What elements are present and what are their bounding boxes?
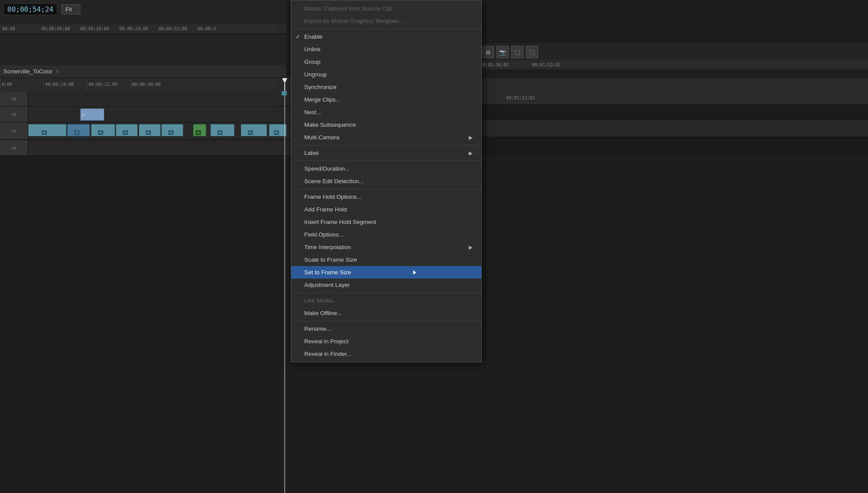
in-point-marker — [282, 91, 287, 95]
separator-4 — [291, 189, 481, 189]
menu-item-reveal-in-project[interactable]: Reveal in Project — [291, 335, 481, 348]
separator-1 — [291, 29, 481, 29]
menu-item-export-motion[interactable]: Export As Motion Graphics Template... — [291, 15, 481, 27]
timecode-display: 00;00;54;24 — [3, 3, 57, 15]
menu-item-nest[interactable]: Nest... — [291, 106, 481, 118]
clip-v1-5[interactable]: fx — [139, 124, 161, 136]
clip-v1-7[interactable]: fx — [210, 124, 234, 136]
fit-dropdown[interactable]: Fit — [62, 4, 80, 14]
sequence-icon: ≡ — [56, 68, 59, 75]
menu-item-merge-clips[interactable]: Merge Clips... — [291, 93, 481, 106]
track-header-v1: V1 — [0, 122, 28, 139]
clip-v1-9[interactable]: fx — [269, 124, 286, 136]
menu-item-rename[interactable]: Rename... — [291, 322, 481, 335]
left-ruler: 00:00 00;00;08;00 00;00;16;00 00;00;24;0… — [0, 24, 286, 34]
menu-item-add-frame-hold[interactable]: Add Frame Hold — [291, 203, 481, 216]
menu-item-label[interactable]: Label ▶ — [291, 147, 481, 159]
ruler-marks-left: 00:00 00;00;08;00 00;00;16;00 00;00;24;0… — [0, 26, 237, 31]
menu-item-scale-to-frame[interactable]: Scale to Frame Size — [291, 253, 481, 266]
menu-item-ungroup[interactable]: Ungroup — [291, 68, 481, 81]
clip-v1-8[interactable]: fx — [241, 124, 267, 136]
menu-item-speed-duration[interactable]: Speed/Duration... — [291, 162, 481, 175]
menu-item-link-media[interactable]: Link Media... — [291, 294, 481, 307]
menu-item-multi-camera[interactable]: Multi-Camera ▶ — [291, 131, 481, 144]
arrow-icon: ▶ — [469, 150, 473, 156]
clip-v1-1[interactable]: fx — [28, 124, 66, 136]
clip-v1-6[interactable]: fx — [161, 124, 183, 136]
track-header-v3: V3 — [0, 91, 28, 106]
separator-3 — [291, 161, 481, 161]
separator-6 — [291, 321, 481, 321]
toolbar-btn-4[interactable]: ⬛ — [526, 46, 538, 58]
menu-item-enable[interactable]: Enable — [291, 30, 481, 43]
menu-item-master-captions: Master Captions from Source Clip — [291, 2, 481, 15]
sequence-name: Somerville_ToColor — [3, 68, 53, 75]
program-monitor-toolbar: ⊞ 📷 ⬚ ⬛ — [477, 43, 868, 61]
menu-item-time-interpolation[interactable]: Time Interpolation ▶ — [291, 241, 481, 253]
menu-item-adjustment-layer[interactable]: Adjustment Layer — [291, 279, 481, 291]
toolbar-btn-1[interactable]: ⊞ — [482, 46, 494, 58]
toolbar-btn-2[interactable]: 📷 — [496, 46, 509, 58]
track-header-a1: A1 — [0, 140, 28, 155]
arrow-icon: ▶ — [469, 244, 473, 250]
context-menu: Master Captions from Source Clip Export … — [291, 0, 482, 362]
menu-item-insert-frame-hold[interactable]: Insert Frame Hold Segment — [291, 216, 481, 228]
timecode-bar: 00;00;54;24 Fit — [3, 3, 80, 15]
source-monitor: 00;00;54;24 Fit 00:00 00;00;08;00 00;00;… — [0, 0, 286, 69]
menu-item-scene-edit-detection[interactable]: Scene Edit Detection... — [291, 175, 481, 187]
menu-item-make-subsequence[interactable]: Make Subsequence — [291, 118, 481, 131]
arrow-icon: ▶ — [469, 135, 473, 141]
clip-v2-1[interactable]: fx — [80, 108, 104, 121]
separator-5 — [291, 293, 481, 293]
menu-item-frame-hold-options[interactable]: Frame Hold Options... — [291, 191, 481, 203]
menu-item-group[interactable]: Group — [291, 56, 481, 68]
playhead-line — [284, 78, 285, 493]
clip-v1-2[interactable]: fx — [67, 124, 90, 136]
sequence-label: Somerville_ToColor ≡ — [0, 65, 286, 78]
menu-item-make-offline[interactable]: Make Offline... — [291, 307, 481, 319]
menu-item-set-to-frame[interactable]: Set to Frame Size — [291, 266, 481, 279]
clip-v1-3[interactable]: fx — [91, 124, 115, 136]
clip-v1-4[interactable]: fx — [116, 124, 138, 136]
menu-item-synchronize[interactable]: Synchronize — [291, 81, 481, 93]
clip-v1-green[interactable]: fx — [193, 124, 206, 136]
separator-2 — [291, 145, 481, 145]
menu-item-reveal-in-finder[interactable]: Reveal in Finder... — [291, 348, 481, 360]
track-header-v2: V2 — [0, 107, 28, 122]
menu-item-field-options[interactable]: Field Options... — [291, 228, 481, 241]
menu-item-unlink[interactable]: Unlink — [291, 43, 481, 56]
right-ruler: 00;01;36;02 00;01;52;02 — [478, 60, 868, 69]
toolbar-btn-3[interactable]: ⬚ — [511, 46, 523, 58]
